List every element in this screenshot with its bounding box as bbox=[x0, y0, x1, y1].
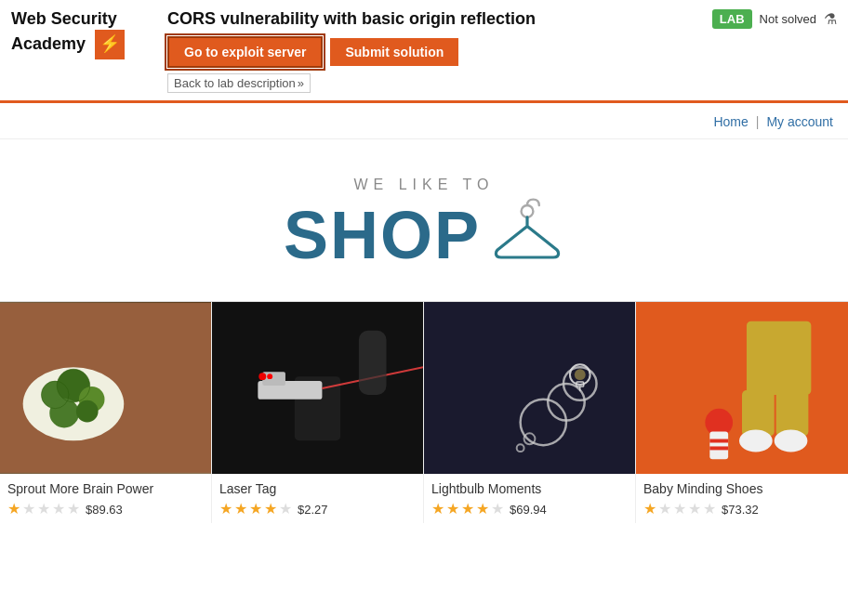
svg-rect-30 bbox=[747, 321, 811, 395]
svg-point-7 bbox=[49, 399, 79, 428]
star-empty-icon: ★ bbox=[67, 500, 80, 518]
star-filled-icon: ★ bbox=[461, 500, 474, 518]
star-filled-icon: ★ bbox=[476, 500, 489, 518]
svg-rect-14 bbox=[262, 372, 285, 386]
product-price: $89.63 bbox=[86, 503, 123, 517]
star-filled-icon: ★ bbox=[446, 500, 459, 518]
product-card[interactable]: Baby Minding Shoes★★★★★$73.32 bbox=[636, 302, 848, 523]
product-stars: ★★★★★ bbox=[7, 500, 80, 518]
products-grid: Sprout More Brain Power★★★★★$89.63 Laser… bbox=[0, 301, 848, 523]
flask-icon: ⚗ bbox=[824, 10, 837, 28]
svg-point-34 bbox=[775, 430, 808, 452]
svg-rect-31 bbox=[742, 390, 775, 437]
home-link[interactable]: Home bbox=[713, 114, 748, 129]
star-empty-icon: ★ bbox=[658, 500, 671, 518]
logo-area: Web Security Academy ⚡ bbox=[11, 9, 151, 69]
hero-main: SHOP bbox=[19, 197, 829, 273]
product-stars: ★★★★★ bbox=[219, 500, 292, 518]
product-image-lightbulb bbox=[424, 302, 635, 474]
star-empty-icon: ★ bbox=[52, 500, 65, 518]
product-name: Baby Minding Shoes bbox=[643, 481, 841, 496]
star-empty-icon: ★ bbox=[37, 500, 50, 518]
hanger-icon bbox=[490, 198, 564, 272]
lab-content: CORS vulnerability with basic origin ref… bbox=[167, 9, 703, 100]
svg-rect-32 bbox=[776, 390, 809, 437]
product-image-laser bbox=[212, 302, 423, 474]
svg-point-15 bbox=[258, 373, 266, 380]
star-filled-icon: ★ bbox=[431, 500, 444, 518]
star-filled-icon: ★ bbox=[7, 500, 20, 518]
star-empty-icon: ★ bbox=[703, 500, 716, 518]
star-empty-icon: ★ bbox=[688, 500, 701, 518]
back-to-lab-link[interactable]: Back to lab description » bbox=[167, 73, 311, 93]
svg-rect-18 bbox=[359, 331, 387, 395]
lab-badge: LAB bbox=[712, 9, 752, 29]
star-filled-icon: ★ bbox=[643, 500, 656, 518]
product-stars: ★★★★★ bbox=[643, 500, 716, 518]
product-card[interactable]: Sprout More Brain Power★★★★★$89.63 bbox=[0, 302, 212, 523]
star-filled-icon: ★ bbox=[234, 500, 247, 518]
site-nav: Home | My account bbox=[0, 103, 848, 139]
product-image-baby bbox=[636, 302, 848, 474]
product-info: Lightbulb Moments★★★★★$69.94 bbox=[424, 474, 635, 523]
svg-rect-36 bbox=[709, 432, 728, 460]
svg-point-8 bbox=[76, 400, 99, 423]
lab-header: Web Security Academy ⚡ CORS vulnerabilit… bbox=[0, 0, 848, 103]
lab-not-solved-text: Not solved bbox=[760, 12, 816, 26]
product-card[interactable]: Lightbulb Moments★★★★★$69.94 bbox=[424, 302, 636, 523]
logo-text-line1: Web Security bbox=[11, 9, 125, 30]
logo-text-line2: Academy ⚡ bbox=[11, 30, 125, 59]
product-name: Sprout More Brain Power bbox=[7, 481, 204, 496]
svg-point-28 bbox=[575, 369, 586, 380]
star-empty-icon: ★ bbox=[673, 500, 686, 518]
product-card[interactable]: Laser Tag★★★★★$2.27 bbox=[212, 302, 424, 523]
svg-rect-19 bbox=[424, 303, 635, 473]
product-price: $69.94 bbox=[510, 503, 547, 517]
product-info: Laser Tag★★★★★$2.27 bbox=[212, 474, 423, 523]
star-filled-icon: ★ bbox=[264, 500, 277, 518]
star-filled-icon: ★ bbox=[249, 500, 262, 518]
star-empty-icon: ★ bbox=[491, 500, 504, 518]
hero-section: WE LIKE TO SHOP bbox=[0, 139, 848, 301]
svg-point-33 bbox=[739, 430, 773, 452]
star-empty-icon: ★ bbox=[279, 500, 292, 518]
lightning-icon: ⚡ bbox=[95, 30, 125, 59]
exploit-server-button[interactable]: Go to exploit server bbox=[167, 36, 323, 68]
svg-point-0 bbox=[522, 205, 534, 217]
lab-buttons: Go to exploit server Submit solution bbox=[167, 36, 703, 68]
product-image-brussels bbox=[0, 302, 211, 474]
product-info: Sprout More Brain Power★★★★★$89.63 bbox=[0, 474, 211, 523]
product-info: Baby Minding Shoes★★★★★$73.32 bbox=[636, 474, 848, 523]
nav-separator: | bbox=[756, 114, 760, 129]
product-name: Lightbulb Moments bbox=[431, 481, 628, 496]
svg-point-16 bbox=[267, 374, 272, 379]
lab-title: CORS vulnerability with basic origin ref… bbox=[167, 9, 703, 29]
product-price: $2.27 bbox=[298, 503, 328, 517]
product-name: Laser Tag bbox=[219, 481, 416, 496]
product-stars: ★★★★★ bbox=[431, 500, 504, 518]
star-filled-icon: ★ bbox=[219, 500, 232, 518]
submit-solution-button[interactable]: Submit solution bbox=[330, 38, 458, 66]
lab-status-area: LAB Not solved ⚗ bbox=[703, 9, 837, 38]
product-price: $73.32 bbox=[722, 503, 759, 517]
my-account-link[interactable]: My account bbox=[766, 114, 833, 129]
svg-rect-29 bbox=[636, 303, 848, 473]
star-empty-icon: ★ bbox=[22, 500, 35, 518]
hero-subtitle: WE LIKE TO bbox=[19, 177, 829, 193]
hero-title: SHOP bbox=[284, 197, 481, 273]
